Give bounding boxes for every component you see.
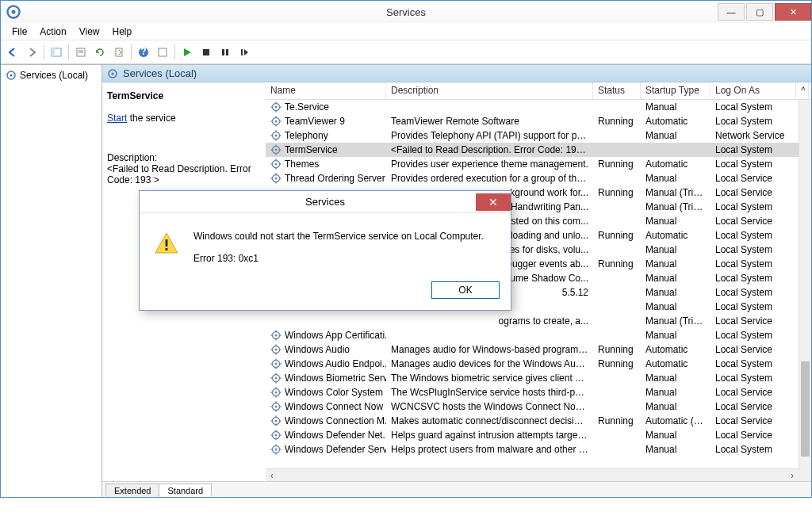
table-row[interactable]: TermService<Failed to Read Description. …	[266, 143, 811, 157]
service-logon-cell: Local System	[710, 273, 796, 284]
service-logon-cell: Local System	[710, 116, 796, 127]
service-desc-cell: Helps protect users from malware and oth…	[386, 444, 593, 455]
properties-button[interactable]	[72, 44, 90, 61]
tab-standard[interactable]: Standard	[159, 484, 212, 497]
service-logon-cell: Local Service	[710, 387, 796, 398]
service-name-label: Thread Ordering Server	[285, 173, 385, 184]
service-desc-cell: Helps guard against intrusion attempts t…	[386, 430, 593, 441]
refresh-button[interactable]	[91, 44, 109, 61]
menubar: File Action View Help	[1, 23, 811, 40]
start-link[interactable]: Start	[107, 113, 127, 124]
table-row[interactable]: Windows Audio Endpoi...Manages audio dev…	[266, 357, 811, 371]
back-button[interactable]	[4, 44, 21, 61]
export-button[interactable]	[110, 44, 128, 61]
toolbar-extra-button[interactable]	[154, 44, 171, 61]
col-name[interactable]: Name	[266, 82, 386, 99]
service-name-label: TeamViewer 9	[285, 116, 345, 127]
service-desc-cell: The WcsPlugInService service hosts third…	[386, 387, 593, 398]
service-logon-cell: Local System	[710, 258, 796, 269]
horizontal-scrollbar[interactable]: ‹ ›	[266, 468, 799, 481]
svg-point-50	[275, 178, 278, 180]
tree-root[interactable]: Services (Local)	[4, 68, 98, 82]
table-row[interactable]: ograms to create, a...Manual (Trig...Loc…	[266, 314, 811, 328]
show-hide-tree-button[interactable]	[48, 44, 65, 61]
table-row[interactable]: Windows AudioManages audio for Windows-b…	[266, 342, 811, 357]
service-desc-cell: WCNCSVC hosts the Windows Connect Now C.…	[386, 401, 593, 412]
pause-service-button[interactable]	[216, 44, 234, 61]
service-desc-cell: Provides ordered execution for a group o…	[386, 173, 593, 184]
gear-icon	[270, 373, 282, 384]
service-name-cell: Te.Service	[266, 101, 386, 113]
service-name-label: Windows Connection M...	[285, 415, 386, 426]
start-service-button[interactable]	[178, 44, 196, 61]
table-row[interactable]: Te.ServiceManualLocal System	[266, 100, 811, 114]
service-desc-cell: Provides user experience theme managemen…	[386, 159, 593, 170]
service-name-label: Themes	[285, 159, 319, 170]
service-status-cell: Running	[593, 159, 641, 170]
service-action-line: Start the service	[107, 113, 258, 124]
service-name-cell: Windows Connection M...	[266, 415, 386, 426]
description-value: <Failed to Read Description. Error Code:…	[107, 163, 258, 185]
col-description[interactable]: Description	[386, 82, 593, 99]
table-row[interactable]: Windows Color SystemThe WcsPlugInService…	[266, 385, 811, 399]
service-logon-cell: Local System	[710, 373, 796, 384]
table-row[interactable]: Windows Biometric Serv...The Windows bio…	[266, 371, 811, 385]
svg-text:?: ?	[140, 47, 146, 57]
scroll-left-icon[interactable]: ‹	[266, 469, 278, 482]
table-row[interactable]: Windows App Certificati...ManualLocal Sy…	[266, 328, 811, 342]
table-row[interactable]: Windows Connect Now ...WCNCSVC hosts the…	[266, 399, 811, 414]
service-startup-cell: Automatic	[641, 116, 710, 127]
ok-button[interactable]: OK	[431, 281, 500, 299]
table-row[interactable]: Windows Defender Net...Helps guard again…	[266, 428, 811, 442]
col-startup[interactable]: Startup Type	[641, 82, 710, 99]
service-name-cell: Windows Connect Now ...	[266, 401, 386, 412]
restart-service-button[interactable]	[236, 44, 253, 61]
table-row[interactable]: Windows Defender Servi...Helps protect u…	[266, 442, 811, 457]
service-name-cell: Windows App Certificati...	[266, 330, 386, 341]
table-row[interactable]: TelephonyProvides Telephony API (TAPI) s…	[266, 128, 811, 143]
service-logon-cell: Local Service	[710, 415, 796, 426]
tab-extended[interactable]: Extended	[105, 484, 159, 497]
toolbar: ?	[1, 40, 811, 64]
service-desc-cell: Manages audio devices for the Windows Au…	[386, 358, 593, 369]
service-logon-cell: Local Service	[710, 173, 796, 184]
services-icon	[6, 70, 17, 81]
scroll-right-icon[interactable]: ›	[786, 469, 799, 482]
service-status-cell: Running	[593, 258, 641, 269]
service-name-label: Windows Audio	[285, 344, 350, 355]
col-status[interactable]: Status	[593, 82, 641, 99]
titlebar: Services — ▢ ✕	[1, 1, 811, 23]
col-logon[interactable]: Log On As	[710, 82, 796, 99]
table-row[interactable]: TeamViewer 9TeamViewer Remote SoftwareRu…	[266, 114, 811, 128]
table-row[interactable]: ThemesProvides user experience theme man…	[266, 157, 811, 171]
menu-file[interactable]: File	[6, 25, 33, 39]
scrollbar-thumb[interactable]	[801, 361, 810, 457]
service-name-label: Windows Color System	[285, 387, 383, 398]
service-name-label: Windows Defender Servi...	[285, 444, 386, 455]
service-name-label: Te.Service	[285, 101, 329, 113]
service-name-label: Windows Biometric Serv...	[285, 373, 386, 384]
service-startup-cell: Manual	[641, 287, 710, 298]
stop-service-button[interactable]	[197, 44, 215, 61]
help-button[interactable]: ?	[135, 44, 152, 61]
service-startup-cell: Manual	[641, 330, 710, 341]
service-startup-cell: Manual (Trig...	[641, 201, 710, 212]
vertical-scrollbar[interactable]	[799, 100, 811, 468]
gear-icon	[270, 101, 282, 113]
menu-view[interactable]: View	[73, 25, 106, 39]
svg-point-16	[10, 75, 13, 77]
service-logon-cell: Local System	[710, 201, 796, 212]
svg-point-98	[275, 434, 278, 437]
forward-button[interactable]	[23, 44, 40, 61]
service-name-label: Telephony	[285, 130, 328, 141]
service-name-label: Windows Audio Endpoi...	[285, 358, 386, 369]
menu-action[interactable]: Action	[33, 25, 72, 39]
dialog-text: Windows could not start the TermService …	[193, 231, 496, 264]
window-title: Services	[1, 6, 811, 18]
service-startup-cell: Automatic	[641, 159, 710, 170]
service-status-cell: Running	[593, 358, 641, 369]
svg-point-80	[275, 392, 278, 394]
table-row[interactable]: Thread Ordering ServerProvides ordered e…	[266, 171, 811, 185]
table-row[interactable]: Windows Connection M...Makes automatic c…	[266, 414, 811, 428]
menu-help[interactable]: Help	[106, 25, 139, 39]
